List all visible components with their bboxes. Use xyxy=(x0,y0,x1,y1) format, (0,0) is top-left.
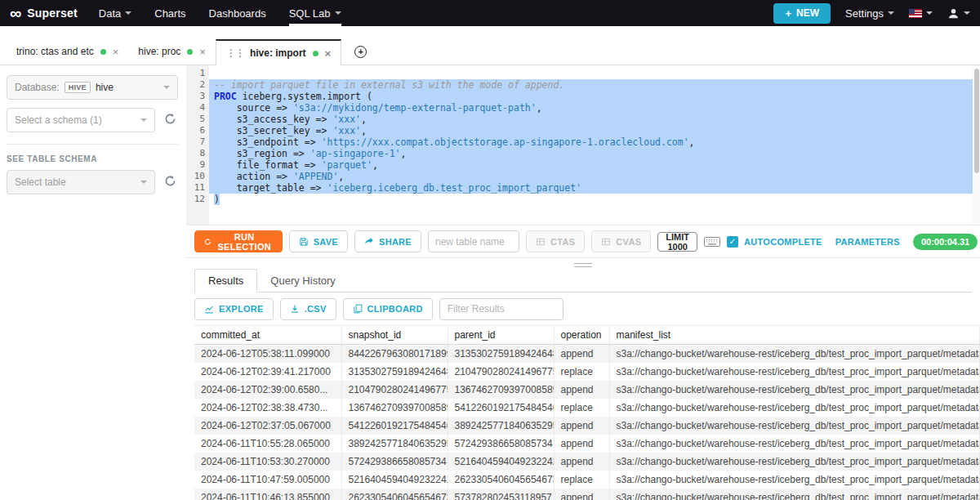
menu-item-charts[interactable]: Charts xyxy=(154,0,185,26)
query-tab-hive-import[interactable]: ⋮⋮ hive: import × xyxy=(216,39,341,65)
menu-item-sql-lab[interactable]: SQL Lab xyxy=(289,0,341,26)
line-number: 7 xyxy=(186,136,205,148)
drag-handle-icon[interactable]: ⋮⋮ xyxy=(226,47,244,59)
resize-handle[interactable] xyxy=(574,263,592,264)
parameters-button[interactable]: PARAMETERS xyxy=(835,237,900,247)
table-cell: replace xyxy=(554,363,609,381)
scrollbar-thumb[interactable] xyxy=(974,69,979,173)
limit-dropdown[interactable]: LIMIT 1000 xyxy=(657,232,697,252)
table-cell: s3a://chango-bucket/warehouse-rest/icebe… xyxy=(609,399,980,417)
tab-query-history[interactable]: Query History xyxy=(257,270,348,292)
table-cell: 2024-06-12T02:39:41.217000 xyxy=(194,363,341,381)
menu-item-dashboards[interactable]: Dashboards xyxy=(209,0,266,26)
line-number: 8 xyxy=(186,148,205,159)
caret-down-icon xyxy=(335,11,341,15)
results-table: committed_atsnapshot_idparent_idoperatio… xyxy=(194,325,980,500)
share-icon xyxy=(364,237,374,247)
editor-scrollbar[interactable] xyxy=(973,65,980,225)
close-icon[interactable]: × xyxy=(325,48,332,59)
superset-brand[interactable]: ∞ Superset xyxy=(10,5,78,21)
table-row[interactable]: 2024-06-11T10:53:30.27000057242938665808… xyxy=(194,453,980,471)
code-line[interactable]: target_table => 'iceberg.iceberg_db.test… xyxy=(209,182,980,194)
editor-code[interactable]: -- import parquet file in external s3 wi… xyxy=(209,65,980,225)
table-row[interactable]: 2024-06-12T05:38:11.09900084422679630801… xyxy=(194,345,980,364)
code-line[interactable] xyxy=(209,68,980,79)
code-line[interactable]: ) xyxy=(209,194,980,205)
table-row[interactable]: 2024-06-12T02:38:38.4730...1367462709397… xyxy=(194,399,980,417)
code-line[interactable]: -- import parquet file in external s3 wi… xyxy=(209,79,980,91)
close-icon[interactable]: × xyxy=(113,47,119,57)
refresh-schemas-button[interactable] xyxy=(162,112,178,128)
brand-title: Superset xyxy=(27,7,78,20)
user-menu[interactable] xyxy=(947,7,970,20)
ctas-label: CTAS xyxy=(550,237,575,247)
table-cell: append xyxy=(554,435,609,453)
table-cell: s3a://chango-bucket/warehouse-rest/icebe… xyxy=(609,435,980,453)
table-placeholder: Select table xyxy=(15,176,66,188)
sql-editor[interactable]: 123456789101112 -- import parquet file i… xyxy=(186,65,980,225)
settings-menu[interactable]: Settings xyxy=(845,0,894,26)
save-icon xyxy=(299,237,309,247)
table-row[interactable]: 2024-06-12T02:39:41.21700031353027591894… xyxy=(194,363,980,381)
code-line[interactable]: s3_region => 'ap-singapore-1', xyxy=(209,148,980,159)
db-type-badge: HIVE xyxy=(65,82,91,93)
column-header[interactable]: committed_at xyxy=(194,326,341,345)
clipboard-button[interactable]: CLIPBOARD xyxy=(343,298,433,320)
db-name: hive xyxy=(96,82,114,93)
code-line[interactable]: file_format => 'parquet', xyxy=(209,159,980,171)
table-row[interactable]: 2024-06-12T02:37:05.06700054122601921754… xyxy=(194,417,980,435)
column-header[interactable]: operation xyxy=(554,326,609,345)
table-row[interactable]: 2024-06-11T10:46:13.85500026233054060456… xyxy=(194,489,980,500)
tab-results[interactable]: Results xyxy=(194,269,257,292)
table-row[interactable]: 2024-06-12T02:39:00.6580...2104790280241… xyxy=(194,381,980,399)
query-tab-hive-proc[interactable]: hive: proc × xyxy=(128,38,216,65)
table-select[interactable]: Select table xyxy=(7,170,155,194)
table-icon xyxy=(536,237,546,247)
copy-icon xyxy=(353,304,363,314)
column-header[interactable]: manifest_list xyxy=(609,326,980,345)
query-tab-label: hive: import xyxy=(250,47,306,59)
filter-results-input[interactable] xyxy=(439,298,564,320)
table-row[interactable]: 2024-06-11T10:55:28.06500038924257718406… xyxy=(194,435,980,453)
keyboard-shortcuts-icon[interactable] xyxy=(704,237,720,247)
close-icon[interactable]: × xyxy=(199,47,206,57)
explore-button[interactable]: EXPLORE xyxy=(194,298,274,320)
table-cell: 572429386658085734 xyxy=(341,453,448,471)
ctas-button[interactable]: CTAS xyxy=(526,230,585,252)
code-line[interactable]: PROC iceberg.system.import ( xyxy=(209,91,980,102)
schema-select[interactable]: Select a schema (1) xyxy=(7,108,155,132)
table-cell: 2623305406045654673 xyxy=(341,489,448,500)
user-icon xyxy=(947,7,960,20)
query-tab-trino-ctas[interactable]: trino: ctas and etc × xyxy=(7,38,128,65)
database-select[interactable]: Database: HIVE hive xyxy=(7,75,178,100)
caret-down-icon xyxy=(964,11,970,15)
new-button[interactable]: + NEW xyxy=(773,3,831,24)
query-tabs-bar: trino: ctas and etc × hive: proc × ⋮⋮ hi… xyxy=(0,26,980,65)
code-line[interactable]: s3_secret_key => 'xxx', xyxy=(209,125,980,136)
code-line[interactable]: source => 's3a://mykidong/temp-external-… xyxy=(209,102,980,114)
save-button[interactable]: SAVE xyxy=(289,230,348,252)
results-table-wrap[interactable]: committed_atsnapshot_idparent_idoperatio… xyxy=(194,325,980,500)
csv-button[interactable]: .CSV xyxy=(280,298,336,320)
refresh-tables-button[interactable] xyxy=(162,174,178,190)
menu-item-data[interactable]: Data xyxy=(99,0,131,26)
sqllab-content: Database: HIVE hive Select a schema (1) … xyxy=(0,65,980,500)
column-header[interactable]: parent_id xyxy=(448,326,554,345)
language-selector[interactable] xyxy=(909,9,933,18)
cvas-button[interactable]: CVAS xyxy=(591,230,651,252)
code-line[interactable]: action => 'APPEND', xyxy=(209,171,980,182)
autocomplete-checkbox[interactable]: ✓ xyxy=(727,236,738,248)
code-line[interactable]: s3_access_key => 'xxx', xyxy=(209,114,980,125)
table-cell: 5216404594049232242 xyxy=(341,471,448,489)
table-row[interactable]: 2024-06-11T10:47:59.00500052164045940492… xyxy=(194,471,980,489)
run-selection-button[interactable]: RUN SELECTION xyxy=(194,230,283,252)
column-header[interactable]: snapshot_id xyxy=(341,326,448,345)
table-cell: 2024-06-12T05:38:11.099000 xyxy=(194,345,341,364)
share-button[interactable]: SHARE xyxy=(354,230,421,252)
caret-down-icon xyxy=(125,11,131,15)
code-line[interactable]: s3_endpoint => 'https://xxx.compat.objec… xyxy=(209,136,980,148)
autocomplete-toggle[interactable]: ✓ AUTOCOMPLETE xyxy=(727,236,822,248)
add-tab-button[interactable]: + xyxy=(354,38,367,65)
new-table-name-input[interactable] xyxy=(428,230,519,252)
schema-placeholder: Select a schema (1) xyxy=(15,114,102,126)
